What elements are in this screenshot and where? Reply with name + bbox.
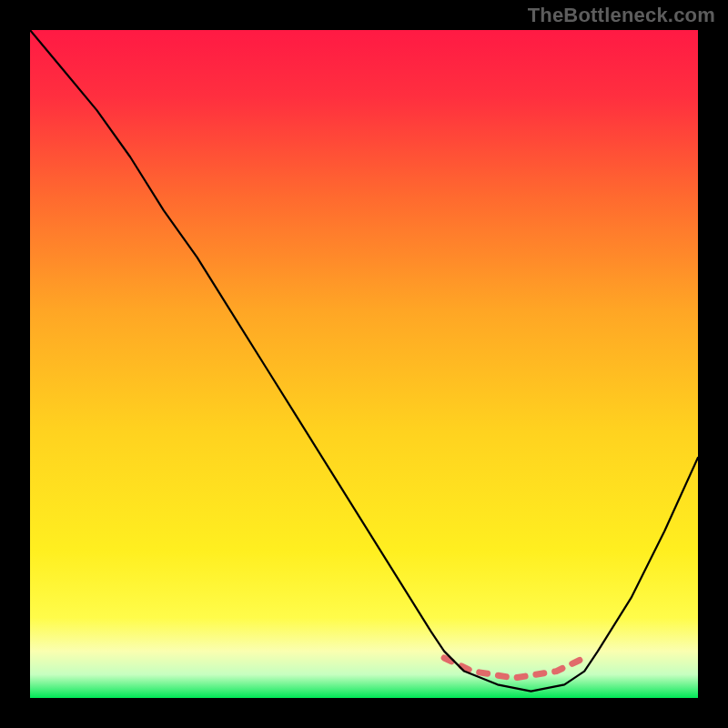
watermark-text: TheBottleneck.com	[528, 4, 715, 27]
chart-svg	[30, 30, 698, 698]
plot-area	[30, 30, 698, 698]
chart-frame: TheBottleneck.com	[0, 0, 728, 728]
gradient-background	[30, 30, 698, 698]
